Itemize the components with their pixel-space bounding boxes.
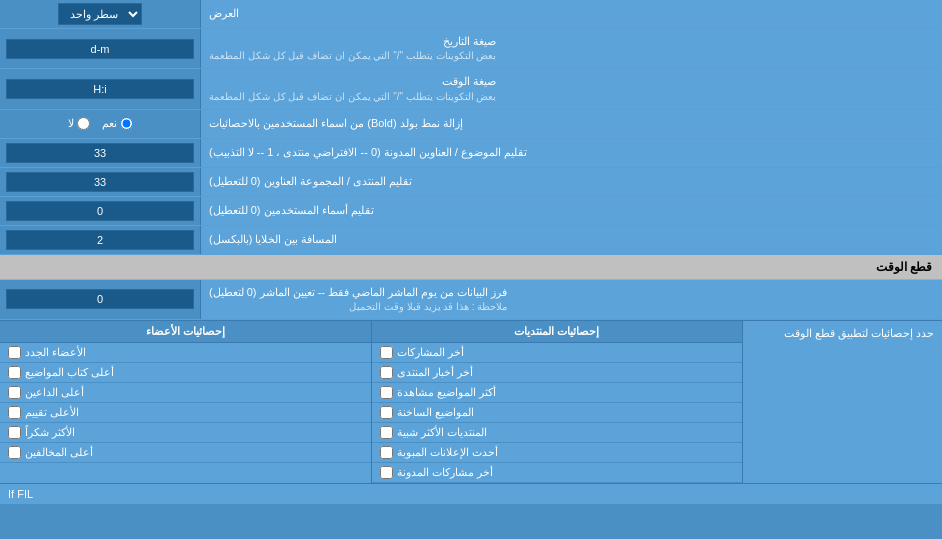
cb-hot-topics-input[interactable] [380,406,393,419]
cell-spacing-input-cell [0,226,200,254]
forum-title-input-cell [0,168,200,196]
cb-classifieds: أحدث الإعلانات المبوبة [372,443,743,463]
forum-title-input[interactable] [6,172,194,192]
cb-most-viewed-input[interactable] [380,386,393,399]
date-format-input-cell [0,29,200,68]
if-fil-row: If FIL [0,483,942,504]
cb-top-posters-input[interactable] [8,366,21,379]
time-format-input[interactable] [6,79,194,99]
member-stats-column: إحصائيات الأعضاء الأعضاء الجدد أعلى كتاب… [0,321,371,483]
date-format-label: صيغة التاريخ بعض التكوينات يتطلب "/" الت… [200,29,942,68]
username-length-row: تقليم أسماء المستخدمين (0 للتعطيل) [0,197,942,226]
cb-top-inviters-input[interactable] [8,386,21,399]
username-length-input[interactable] [6,201,194,221]
cb-forum-news-input[interactable] [380,366,393,379]
cb-top-violators: أعلى المخالفين [0,443,371,463]
cb-blog-posts: أخر مشاركات المدونة [372,463,743,483]
cb-most-thanked: الأكثر شكراً [0,423,371,443]
limit-label-cell: حدد إحصائيات لتطبيق قطع الوقت [742,321,942,483]
time-format-label: صيغة الوقت بعض التكوينات يتطلب "/" التي … [200,69,942,108]
display-mode-input-cell: سطر واحد عدة أسطر [0,0,200,28]
cb-top-violators-input[interactable] [8,446,21,459]
forum-stats-column: إحصائيات المنتديات أخر المشاركات أخر أخب… [371,321,743,483]
display-mode-row: العرض سطر واحد عدة أسطر [0,0,942,29]
topic-title-row: تقليم الموضوع / العناوين المدونة (0 -- ا… [0,139,942,168]
cb-blog-posts-input[interactable] [380,466,393,479]
member-stats-header: إحصائيات الأعضاء [0,321,371,343]
bold-remove-label: إزالة نمط بولد (Bold) من اسماء المستخدمي… [200,110,942,138]
date-format-input[interactable] [6,39,194,59]
cb-forum-news: أخر أخبار المنتدى [372,363,743,383]
topic-title-label: تقليم الموضوع / العناوين المدونة (0 -- ا… [200,139,942,167]
cb-top-posters: أعلى كتاب المواضيع [0,363,371,383]
forum-title-label: تقليم المنتدى / المجموعة العناوين (0 للت… [200,168,942,196]
forum-title-row: تقليم المنتدى / المجموعة العناوين (0 للت… [0,168,942,197]
time-format-row: صيغة الوقت بعض التكوينات يتطلب "/" التي … [0,69,942,109]
main-container: العرض سطر واحد عدة أسطر صيغة التاريخ بعض… [0,0,942,504]
username-length-input-cell [0,197,200,225]
cb-most-thanked-input[interactable] [8,426,21,439]
cb-similar-forums-input[interactable] [380,426,393,439]
username-length-label: تقليم أسماء المستخدمين (0 للتعطيل) [200,197,942,225]
display-mode-select[interactable]: سطر واحد عدة أسطر [58,3,142,25]
bold-remove-input-cell: نعم لا [0,110,200,138]
cb-classifieds-input[interactable] [380,446,393,459]
bold-remove-row: إزالة نمط بولد (Bold) من اسماء المستخدمي… [0,110,942,139]
date-format-row: صيغة التاريخ بعض التكوينات يتطلب "/" الت… [0,29,942,69]
radio-no-label[interactable]: لا [68,117,90,130]
cutoff-section-header: قطع الوقت [0,255,942,280]
cutoff-input[interactable] [6,289,194,309]
bold-remove-radio-group: نعم لا [68,117,133,130]
radio-yes[interactable] [120,117,133,130]
display-mode-label: العرض [200,0,942,28]
cb-top-rated: الأعلى تقييم [0,403,371,423]
cb-most-viewed: أكثر المواضيع مشاهدة [372,383,743,403]
cb-top-inviters: أعلى الداعين [0,383,371,403]
cb-similar-forums: المنتديات الأكثر شبية [372,423,743,443]
cell-spacing-input[interactable] [6,230,194,250]
forum-stats-header: إحصائيات المنتديات [372,321,743,343]
cutoff-label: فرز البيانات من يوم الماشر الماضي فقط --… [200,280,942,319]
time-format-input-cell [0,69,200,108]
cutoff-row: فرز البيانات من يوم الماشر الماضي فقط --… [0,280,942,320]
topic-title-input[interactable] [6,143,194,163]
cell-spacing-label: المسافة بين الخلايا (بالبكسل) [200,226,942,254]
radio-no[interactable] [77,117,90,130]
cb-hot-topics: المواضيع الساخنة [372,403,743,423]
radio-yes-label[interactable]: نعم [102,117,133,130]
cb-last-posts: أخر المشاركات [372,343,743,363]
cutoff-input-cell [0,280,200,319]
cb-new-members: الأعضاء الجدد [0,343,371,363]
cb-last-posts-input[interactable] [380,346,393,359]
cb-top-rated-input[interactable] [8,406,21,419]
cell-spacing-row: المسافة بين الخلايا (بالبكسل) [0,226,942,255]
cb-new-members-input[interactable] [8,346,21,359]
topic-title-input-cell [0,139,200,167]
checkboxes-section: حدد إحصائيات لتطبيق قطع الوقت إحصائيات ا… [0,320,942,483]
